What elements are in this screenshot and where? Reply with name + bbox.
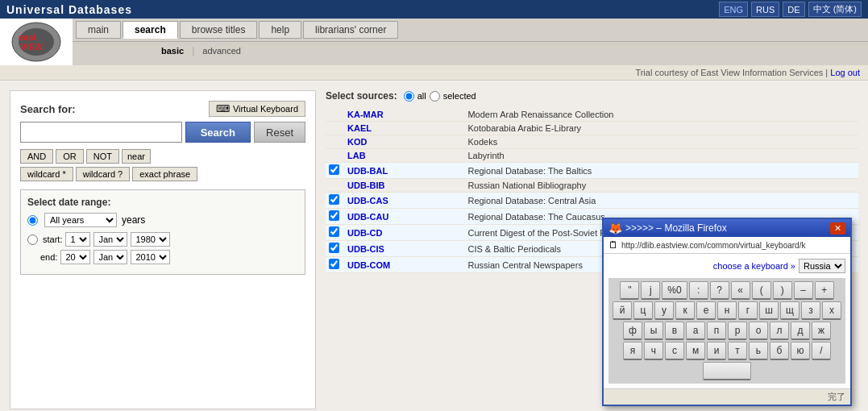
key-lparen[interactable]: ( xyxy=(752,281,771,300)
key-т[interactable]: т xyxy=(728,342,747,360)
exact-phrase-button[interactable]: exact phrase xyxy=(132,167,197,181)
choose-keyboard-link[interactable]: choose a keyboard » xyxy=(713,261,795,271)
key-х[interactable]: х xyxy=(822,301,841,320)
source-code[interactable]: UDB-CD xyxy=(347,228,382,238)
and-button[interactable]: AND xyxy=(20,149,53,164)
reset-button[interactable]: Reset xyxy=(254,122,305,143)
nav-search[interactable]: search xyxy=(123,21,178,39)
wildcard-star-button[interactable]: wildcard * xyxy=(20,167,73,181)
start-day-select[interactable]: 1 xyxy=(65,232,90,247)
key-rparen[interactable]: ) xyxy=(773,281,792,300)
svg-text:east: east xyxy=(19,32,36,42)
key-й[interactable]: й xyxy=(613,301,632,320)
key-j[interactable]: j xyxy=(641,281,660,300)
key-ю[interactable]: ю xyxy=(791,342,810,360)
key-slash[interactable]: / xyxy=(812,342,831,360)
key-ц[interactable]: ц xyxy=(633,301,653,320)
source-code[interactable]: KOD xyxy=(347,137,367,147)
not-button[interactable]: NOT xyxy=(86,149,119,164)
key-щ[interactable]: щ xyxy=(780,301,799,320)
key-в[interactable]: в xyxy=(665,322,684,340)
source-code[interactable]: KA-MAR xyxy=(347,110,384,119)
key-я[interactable]: я xyxy=(623,342,642,360)
key-м[interactable]: м xyxy=(686,342,705,360)
source-code[interactable]: UDB-CAU xyxy=(347,212,388,222)
wildcards-row: wildcard * wildcard ? exact phrase xyxy=(20,167,305,181)
start-date-radio[interactable] xyxy=(27,235,38,245)
source-checkbox[interactable] xyxy=(329,210,339,221)
source-code[interactable]: UDB-CAS xyxy=(347,196,388,206)
source-checkbox[interactable] xyxy=(329,259,339,269)
key-plus[interactable]: + xyxy=(815,281,834,300)
or-button[interactable]: OR xyxy=(56,149,84,164)
key-н[interactable]: н xyxy=(717,301,737,320)
nav-sub-advanced[interactable]: advanced xyxy=(194,44,249,57)
sources-selected-radio[interactable] xyxy=(430,91,440,102)
key-ж[interactable]: ж xyxy=(812,322,831,340)
source-code[interactable]: UDB-COM xyxy=(347,260,390,270)
key-langle[interactable]: « xyxy=(731,281,750,300)
key-у[interactable]: у xyxy=(654,301,674,320)
key-percent[interactable]: %0 xyxy=(662,281,687,300)
search-button[interactable]: Search xyxy=(185,122,251,143)
key-р[interactable]: р xyxy=(728,322,747,340)
key-ы[interactable]: ы xyxy=(644,322,663,340)
nav-librarians-corner[interactable]: librarians' corner xyxy=(303,21,398,39)
key-с[interactable]: с xyxy=(665,342,684,360)
key-д[interactable]: д xyxy=(791,322,810,340)
lang-rus[interactable]: RUS xyxy=(751,2,779,17)
key-а[interactable]: а xyxy=(686,322,705,340)
end-month-select[interactable]: Jan xyxy=(93,250,127,264)
nav-browse-titles[interactable]: browse titles xyxy=(180,21,258,39)
nav-help[interactable]: help xyxy=(259,21,301,39)
key-colon[interactable]: : xyxy=(689,281,708,300)
key-п[interactable]: п xyxy=(707,322,726,340)
key-г[interactable]: г xyxy=(738,301,758,320)
start-month-select[interactable]: Jan xyxy=(93,232,127,247)
lang-de[interactable]: DE xyxy=(783,2,804,17)
all-years-select[interactable]: All years xyxy=(44,213,117,227)
all-years-row: All years years xyxy=(27,213,298,227)
logo: east VIEW xyxy=(0,19,73,65)
key-ч[interactable]: ч xyxy=(644,342,663,360)
virtual-keyboard-button[interactable]: ⌨ Virtual Keyboard xyxy=(209,101,305,117)
firefox-close-button[interactable]: ✕ xyxy=(830,222,845,235)
lang-zh[interactable]: 中文 (简体) xyxy=(808,2,862,17)
key-quot[interactable]: " xyxy=(620,281,639,300)
search-input[interactable] xyxy=(20,122,182,143)
key-ф[interactable]: ф xyxy=(623,322,642,340)
source-checkbox[interactable] xyxy=(329,226,339,237)
key-ш[interactable]: ш xyxy=(759,301,779,320)
key-question[interactable]: ? xyxy=(710,281,729,300)
near-button[interactable]: near xyxy=(122,149,151,164)
key-к[interactable]: к xyxy=(675,301,695,320)
key-б[interactable]: б xyxy=(770,342,789,360)
key-е[interactable]: е xyxy=(696,301,716,320)
start-year-select[interactable]: 1980 xyxy=(131,232,170,247)
sources-all-radio[interactable] xyxy=(404,91,414,102)
key-о[interactable]: о xyxy=(749,322,768,340)
key-л[interactable]: л xyxy=(770,322,789,340)
source-code[interactable]: LAB xyxy=(347,151,366,160)
space-key[interactable] xyxy=(703,362,751,380)
source-checkbox[interactable] xyxy=(329,243,339,253)
wildcard-question-button[interactable]: wildcard ? xyxy=(76,167,131,181)
end-day-select[interactable]: 20 xyxy=(60,250,90,264)
source-code[interactable]: UDB-CIS xyxy=(347,244,384,254)
all-years-radio[interactable] xyxy=(27,215,38,226)
source-checkbox[interactable] xyxy=(329,194,339,205)
source-code[interactable]: UDB-BAL xyxy=(347,166,388,176)
key-з[interactable]: з xyxy=(801,301,820,320)
lang-eng[interactable]: ENG xyxy=(719,2,748,17)
key-ь[interactable]: ь xyxy=(749,342,768,360)
source-code[interactable]: KAEL xyxy=(347,123,372,133)
source-code[interactable]: UDB-BIB xyxy=(347,181,384,190)
logout-link[interactable]: Log out xyxy=(830,68,860,77)
source-checkbox[interactable] xyxy=(329,164,339,175)
nav-sub-basic[interactable]: basic xyxy=(153,44,192,57)
keyboard-lang-select[interactable]: Russia xyxy=(799,259,845,273)
key-dash[interactable]: – xyxy=(794,281,813,300)
nav-main[interactable]: main xyxy=(76,21,121,39)
end-year-select[interactable]: 2010 xyxy=(131,250,170,264)
key-и[interactable]: и xyxy=(707,342,726,360)
